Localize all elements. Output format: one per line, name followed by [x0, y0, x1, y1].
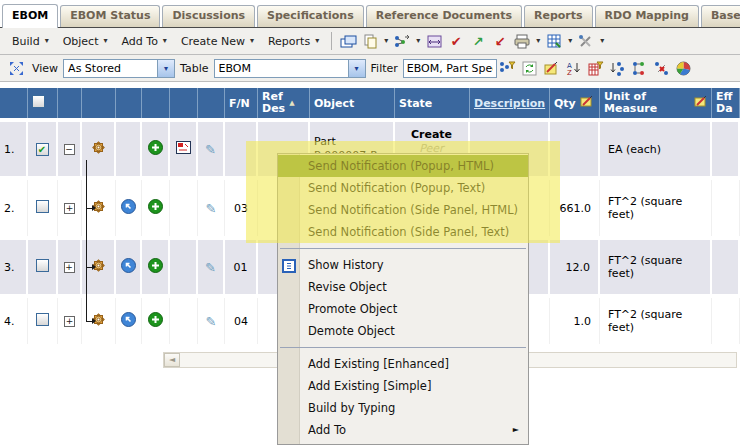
- menu-item-add-existing-simple[interactable]: Add Existing [Simple]: [278, 375, 528, 397]
- sort-structure-icon[interactable]: [608, 59, 628, 78]
- chevron-down-icon[interactable]: ▾: [533, 37, 543, 45]
- header-eff-line2: Da: [716, 103, 735, 115]
- eff-date-cell: [712, 122, 740, 176]
- disconnect-icon[interactable]: [652, 59, 672, 78]
- export-table-icon[interactable]: [544, 32, 564, 51]
- tab-discussions[interactable]: Discussions: [162, 5, 255, 27]
- copy-icon[interactable]: [360, 32, 380, 51]
- menu-item-promote-object[interactable]: Promote Object: [278, 298, 528, 320]
- header-structure: [82, 88, 116, 118]
- eff-date-cell: [712, 298, 740, 344]
- select-all-checkbox[interactable]: [32, 95, 45, 108]
- tab-rdo-mapping[interactable]: RDO Mapping: [595, 5, 699, 27]
- row-checkbox[interactable]: [36, 313, 49, 326]
- build-menu-button[interactable]: Build ▾: [5, 33, 56, 50]
- menu-item-send-notification-sidepanel-html[interactable]: Send Notification (Side Panel, HTML): [278, 199, 528, 221]
- promote-arrow-icon[interactable]: ↗: [468, 32, 488, 51]
- remove-filter-icon[interactable]: [586, 59, 606, 78]
- menu-item-build-by-typing[interactable]: Build by Typing: [278, 397, 528, 419]
- add-to-menu-button[interactable]: Add To ▾: [114, 33, 173, 50]
- add-child-icon[interactable]: [148, 204, 163, 217]
- eff-date-cell: [712, 240, 740, 294]
- reports-menu-button[interactable]: Reports ▾: [261, 33, 326, 50]
- edit-quill-icon[interactable]: ✎: [205, 142, 216, 157]
- tab-ebom[interactable]: EBOM: [2, 4, 58, 28]
- menu-item-demote-object[interactable]: Demote Object: [278, 320, 528, 342]
- assembly-gear-icon[interactable]: [90, 146, 107, 159]
- add-child-icon[interactable]: [148, 317, 163, 330]
- goto-parent-icon[interactable]: [121, 317, 136, 330]
- object-menu-button[interactable]: Object ▾: [56, 33, 115, 50]
- goto-parent-icon[interactable]: [121, 204, 136, 217]
- header-description-link[interactable]: Description: [474, 97, 545, 110]
- chevron-down-icon[interactable]: ▾: [565, 37, 575, 45]
- chevron-down-icon[interactable]: ▾: [157, 60, 174, 77]
- expand-all-icon[interactable]: [6, 59, 26, 78]
- view-select-value: As Stored: [68, 62, 155, 75]
- header-col8: [198, 88, 225, 118]
- menu-item-add-existing-enhanced[interactable]: Add Existing [Enhanced]: [278, 353, 528, 375]
- new-window-icon[interactable]: [338, 32, 358, 51]
- menu-item-send-notification-popup-html[interactable]: Send Notification (Popup, HTML): [278, 155, 528, 177]
- demote-arrow-icon[interactable]: ↙: [490, 32, 510, 51]
- submenu-arrow-icon: ►: [513, 419, 519, 441]
- collapse-toggle[interactable]: −: [64, 144, 75, 155]
- header-description[interactable]: Description: [470, 88, 550, 118]
- expand-toggle[interactable]: +: [64, 203, 75, 214]
- qty-cell: [550, 122, 600, 176]
- edit-quill-icon[interactable]: ✎: [206, 201, 217, 216]
- edit-table-icon[interactable]: [542, 59, 562, 78]
- assembly-gear-icon[interactable]: [90, 318, 107, 331]
- row-checkbox[interactable]: [36, 200, 49, 213]
- header-col6: [142, 88, 170, 118]
- tab-ebom-status[interactable]: EBOM Status: [60, 5, 160, 27]
- menu-item-revise-object[interactable]: Revise Object: [278, 276, 528, 298]
- filter-input[interactable]: [403, 59, 497, 78]
- create-new-menu-button[interactable]: Create New ▾: [174, 33, 261, 50]
- goto-parent-icon[interactable]: [121, 263, 136, 276]
- where-used-icon[interactable]: [176, 144, 191, 157]
- tab-reports[interactable]: Reports: [524, 5, 593, 27]
- refresh-icon[interactable]: [520, 59, 540, 78]
- qty-cell: 12.0: [550, 240, 600, 294]
- chevron-down-icon[interactable]: ▾: [413, 37, 423, 45]
- table-select[interactable]: EBOM ▾: [214, 59, 366, 78]
- view-select[interactable]: As Stored ▾: [63, 59, 175, 78]
- action-toolbar: Build ▾ Object ▾ Add To ▾ Create New ▾ R…: [0, 28, 740, 55]
- approve-check-icon[interactable]: ✔: [446, 32, 466, 51]
- tab-reference-documents[interactable]: Reference Documents: [366, 5, 522, 27]
- menu-item-send-notification-popup-text[interactable]: Send Notification (Popup, Text): [278, 177, 528, 199]
- print-icon[interactable]: [512, 32, 532, 51]
- expand-toggle[interactable]: +: [64, 262, 75, 273]
- pie-chart-icon[interactable]: [674, 59, 694, 78]
- row-checkbox-checked[interactable]: ✔: [36, 143, 49, 156]
- edit-quill-icon[interactable]: ✎: [205, 260, 216, 275]
- scroll-left-button[interactable]: ◄: [164, 353, 180, 367]
- assembly-gear-icon[interactable]: [90, 205, 107, 218]
- header-ref-des[interactable]: Ref Des ▲: [258, 88, 310, 118]
- structure-tree-icon[interactable]: [630, 59, 650, 78]
- tab-specifications[interactable]: Specifications: [257, 5, 364, 27]
- menu-item-show-history[interactable]: Show History: [278, 254, 528, 276]
- chevron-down-icon[interactable]: ▾: [348, 60, 365, 77]
- edit-column-icon[interactable]: [694, 95, 707, 111]
- sort-az-icon[interactable]: AZ: [564, 59, 584, 78]
- edit-quill-icon[interactable]: ✎: [206, 314, 217, 329]
- menu-item-add-to[interactable]: Add To ►: [278, 419, 528, 441]
- menu-item-label: Add To: [308, 423, 346, 437]
- add-child-icon[interactable]: [148, 263, 163, 276]
- row-checkbox[interactable]: [36, 259, 49, 272]
- add-child-icon[interactable]: [148, 145, 163, 158]
- chevron-down-icon: ▾: [45, 37, 49, 45]
- edit-column-icon[interactable]: [580, 95, 593, 111]
- chevron-down-icon[interactable]: ▾: [597, 37, 607, 45]
- chevron-down-icon[interactable]: ▾: [381, 37, 391, 45]
- menu-item-send-notification-sidepanel-text[interactable]: Send Notification (Side Panel, Text): [278, 221, 528, 243]
- compare-icon[interactable]: [424, 32, 444, 51]
- tab-baselines[interactable]: Baselines: [701, 5, 740, 27]
- structure-export-icon[interactable]: [392, 32, 412, 51]
- assembly-gear-icon[interactable]: [90, 264, 107, 277]
- filter-structure-icon[interactable]: [498, 59, 518, 78]
- expand-toggle[interactable]: +: [64, 316, 75, 327]
- tools-icon[interactable]: [576, 32, 596, 51]
